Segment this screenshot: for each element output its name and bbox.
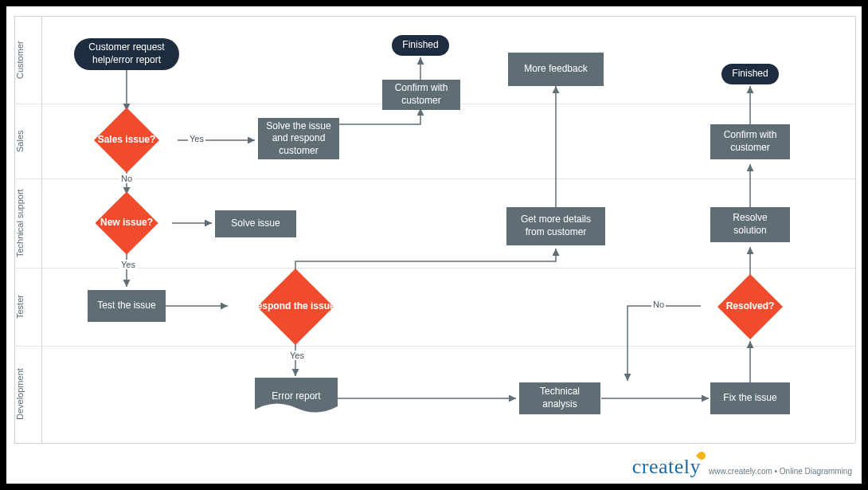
technical-analysis-label: Technical analysis xyxy=(524,386,596,410)
new-issue-decision: New issue? xyxy=(81,194,172,252)
resolved-label: Resolved? xyxy=(726,300,775,313)
fix-issue: Fix the issue xyxy=(710,382,790,414)
technical-analysis: Technical analysis xyxy=(519,382,600,414)
new-issue-label: New issue? xyxy=(100,217,153,229)
creately-logo: creately xyxy=(632,455,701,479)
finished-1-label: Finished xyxy=(402,39,438,52)
solve-issue-label: Solve issue xyxy=(231,218,280,230)
lane-divider xyxy=(14,346,855,347)
lane-label-sales: Sales xyxy=(6,104,33,178)
edge-label-no: No xyxy=(651,300,666,309)
footer-tagline: www.creately.com • Online Diagramming xyxy=(709,467,852,479)
footer: creately www.creately.com • Online Diagr… xyxy=(632,455,852,479)
lane-divider xyxy=(14,178,855,179)
confirm-customer-1: Confirm with customer xyxy=(382,80,460,110)
respond-issue-decision: Respond the issue? xyxy=(228,272,363,341)
error-report-label: Error report xyxy=(272,390,320,402)
frame-right xyxy=(855,16,856,443)
edge-label-no: No xyxy=(119,174,134,183)
lane-label-divider xyxy=(41,16,42,443)
finished-1-terminator: Finished xyxy=(392,35,449,56)
confirm-customer-2-label: Confirm with customer xyxy=(715,129,785,154)
error-report-document: Error report xyxy=(255,378,338,414)
start-terminator: Customer request help/error report xyxy=(74,38,179,70)
resolved-decision: Resolved? xyxy=(699,276,801,338)
sales-issue-decision: Sales issue? xyxy=(76,112,177,169)
start-label: Customer request help/error report xyxy=(79,41,174,66)
test-issue-label: Test the issue xyxy=(97,300,155,312)
finished-2-terminator: Finished xyxy=(721,64,779,84)
more-feedback-label: More feedback xyxy=(524,63,587,76)
test-issue: Test the issue xyxy=(88,290,166,322)
lane-label-tester: Tester xyxy=(6,268,33,346)
frame-bottom xyxy=(14,443,855,444)
edge-label-yes: Yes xyxy=(288,351,306,360)
frame-top xyxy=(14,16,855,17)
edge-label-yes: Yes xyxy=(119,260,137,269)
diagram-canvas: Customer Sales Technical support Tester … xyxy=(6,6,862,484)
get-more-details-label: Get more details from customer xyxy=(511,214,600,238)
get-more-details: Get more details from customer xyxy=(506,207,605,245)
solve-issue: Solve issue xyxy=(215,210,296,237)
resolve-solution-label: Resolve solution xyxy=(715,212,785,237)
solve-respond-label: Solve the issue and respond customer xyxy=(263,120,334,158)
confirm-customer-2: Confirm with customer xyxy=(710,124,790,159)
sales-issue-label: Sales issue? xyxy=(98,134,156,147)
more-feedback: More feedback xyxy=(508,53,604,86)
finished-2-label: Finished xyxy=(732,68,768,80)
confirm-customer-1-label: Confirm with customer xyxy=(387,82,456,107)
lane-divider xyxy=(14,268,855,269)
edge-label-yes: Yes xyxy=(188,134,205,143)
respond-issue-label: Respond the issue? xyxy=(250,300,341,313)
resolve-solution: Resolve solution xyxy=(710,207,790,242)
lane-label-development: Development xyxy=(6,346,33,443)
logo-text: creately xyxy=(632,455,701,478)
lane-label-customer: Customer xyxy=(6,16,33,104)
solve-respond: Solve the issue and respond customer xyxy=(258,118,339,159)
lane-label-tech-support: Technical support xyxy=(6,178,33,268)
fix-issue-label: Fix the issue xyxy=(723,392,776,405)
